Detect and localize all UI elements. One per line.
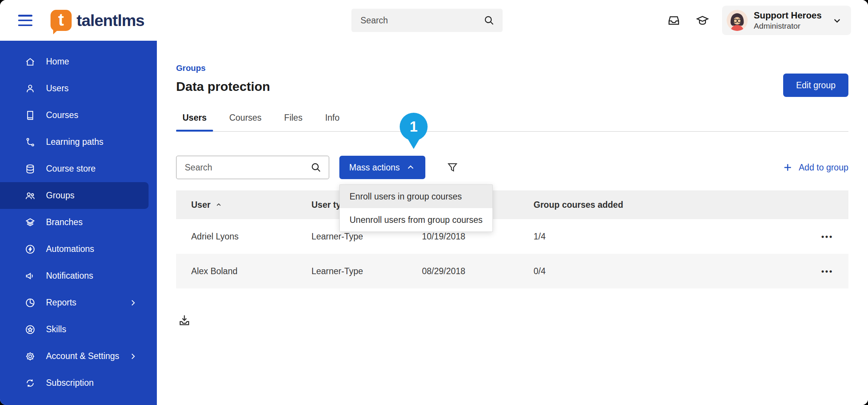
users-search: [176, 156, 329, 179]
sidebar-item-automations[interactable]: Automations: [0, 236, 157, 262]
cell-group-courses: 1/4: [534, 232, 803, 242]
sidebar-item-course-store[interactable]: Course store: [0, 155, 157, 182]
sidebar-item-label: Reports: [46, 298, 77, 308]
sidebar-item-notifications[interactable]: Notifications: [0, 262, 157, 289]
cell-user-type: Learner-Type: [311, 232, 422, 242]
cell-date: 08/29/2018: [422, 266, 534, 276]
user-icon: [24, 83, 36, 95]
add-to-group-button[interactable]: Add to group: [782, 162, 848, 173]
sidebar: Home Users Courses Learning paths Course…: [0, 41, 157, 405]
sidebar-item-groups[interactable]: Groups: [0, 182, 149, 209]
menu-icon[interactable]: [18, 15, 32, 26]
sidebar-item-skills[interactable]: Skills: [0, 316, 157, 343]
menu-item-unenroll-users[interactable]: Unenroll users from group courses: [340, 208, 492, 232]
chevron-up-icon: [406, 163, 416, 172]
row-actions-button[interactable]: •••: [821, 232, 833, 242]
sidebar-item-learning-paths[interactable]: Learning paths: [0, 129, 157, 155]
automation-bolt-icon: [24, 243, 36, 255]
user-role: Administrator: [754, 21, 822, 31]
sidebar-item-label: Account & Settings: [46, 351, 119, 361]
mass-actions-label: Mass actions: [349, 163, 400, 173]
chevron-down-icon[interactable]: [831, 15, 843, 26]
sidebar-item-subscription[interactable]: Subscription: [0, 370, 157, 396]
sidebar-item-account-settings[interactable]: Account & Settings: [0, 343, 157, 370]
megaphone-icon: [24, 270, 36, 282]
annotation-callout-number: 1: [409, 119, 417, 135]
group-tabs: Users Courses Files Info: [176, 113, 848, 132]
logo-text: talentlms: [77, 11, 144, 30]
inbox-icon[interactable]: [666, 12, 682, 29]
table-row[interactable]: Alex Boland Learner-Type 08/29/2018 0/4 …: [176, 254, 848, 288]
sidebar-item-courses[interactable]: Courses: [0, 102, 157, 129]
global-search-input[interactable]: [360, 15, 483, 26]
cell-user-type: Learner-Type: [311, 266, 422, 276]
tab-courses[interactable]: Courses: [223, 113, 268, 131]
mass-actions-menu: Enroll users in group courses Unenroll u…: [339, 184, 493, 232]
app-logo[interactable]: t talentlms: [51, 10, 144, 31]
groups-icon: [24, 190, 36, 202]
sidebar-item-label: Home: [46, 57, 69, 67]
home-icon: [24, 56, 36, 68]
sidebar-item-reports[interactable]: Reports: [0, 289, 157, 316]
sidebar-item-label: Notifications: [46, 271, 93, 281]
top-bar-actions: Support Heroes Administrator: [653, 6, 851, 35]
user-menu[interactable]: Support Heroes Administrator: [722, 6, 851, 35]
menu-item-enroll-users[interactable]: Enroll users in group courses: [340, 185, 492, 208]
store-icon: [24, 163, 36, 175]
sidebar-item-label: Users: [46, 83, 69, 94]
table-header-row: User User type Group courses added: [176, 190, 848, 219]
graduation-cap-icon[interactable]: [694, 12, 711, 29]
breadcrumb-groups[interactable]: Groups: [176, 63, 205, 73]
page-title: Data protection: [176, 79, 848, 94]
layers-icon: [24, 216, 36, 229]
row-actions-button[interactable]: •••: [821, 267, 833, 276]
annotation-callout-1: 1: [400, 113, 428, 141]
sidebar-item-label: Course store: [46, 164, 96, 174]
users-search-input[interactable]: [185, 163, 310, 173]
main-content: Groups Data protection Edit group Users …: [157, 41, 868, 405]
user-info: Support Heroes Administrator: [754, 10, 822, 31]
search-icon[interactable]: [310, 161, 322, 173]
cell-user: Adriel Lyons: [191, 232, 311, 242]
sidebar-item-label: Branches: [46, 217, 83, 227]
search-icon[interactable]: [483, 14, 495, 26]
tab-files[interactable]: Files: [278, 113, 309, 131]
sidebar-item-label: Groups: [46, 190, 74, 201]
column-header-user-label: User: [191, 200, 210, 210]
tab-info[interactable]: Info: [319, 113, 346, 131]
user-name: Support Heroes: [754, 10, 822, 20]
sidebar-item-label: Skills: [46, 324, 66, 334]
path-icon: [24, 136, 36, 148]
tab-users[interactable]: Users: [176, 113, 213, 131]
global-search: [351, 9, 503, 32]
pie-chart-icon: [24, 297, 36, 309]
book-icon: [24, 109, 36, 121]
sidebar-item-label: Subscription: [46, 378, 94, 388]
chevron-right-icon: [128, 298, 138, 308]
column-header-group-courses[interactable]: Group courses added: [534, 200, 803, 210]
refresh-icon: [24, 377, 36, 389]
column-header-user[interactable]: User: [191, 200, 311, 210]
cell-group-courses: 0/4: [534, 266, 803, 276]
sort-ascending-icon: [215, 201, 222, 209]
filter-icon[interactable]: [444, 159, 461, 176]
sidebar-item-label: Automations: [46, 244, 94, 254]
sidebar-item-label: Courses: [46, 110, 78, 120]
avatar: [727, 10, 748, 31]
skills-badge-icon: [24, 324, 36, 336]
table-row[interactable]: Adriel Lyons Learner-Type 10/19/2018 1/4…: [176, 219, 848, 254]
sidebar-item-label: Learning paths: [46, 137, 103, 147]
add-to-group-label: Add to group: [799, 163, 848, 173]
mass-actions-button[interactable]: Mass actions: [339, 156, 425, 179]
sidebar-item-branches[interactable]: Branches: [0, 209, 157, 236]
sidebar-item-users[interactable]: Users: [0, 75, 157, 102]
table-toolbar: Mass actions Add to group: [176, 156, 848, 179]
app-window: t talentlms: [0, 0, 868, 405]
download-icon[interactable]: [176, 312, 193, 328]
gear-icon: [24, 350, 36, 362]
plus-icon: [782, 162, 793, 173]
top-bar: t talentlms: [0, 0, 868, 41]
logo-mark-icon: t: [51, 10, 72, 31]
edit-group-button[interactable]: Edit group: [783, 74, 848, 97]
sidebar-item-home[interactable]: Home: [0, 48, 157, 75]
